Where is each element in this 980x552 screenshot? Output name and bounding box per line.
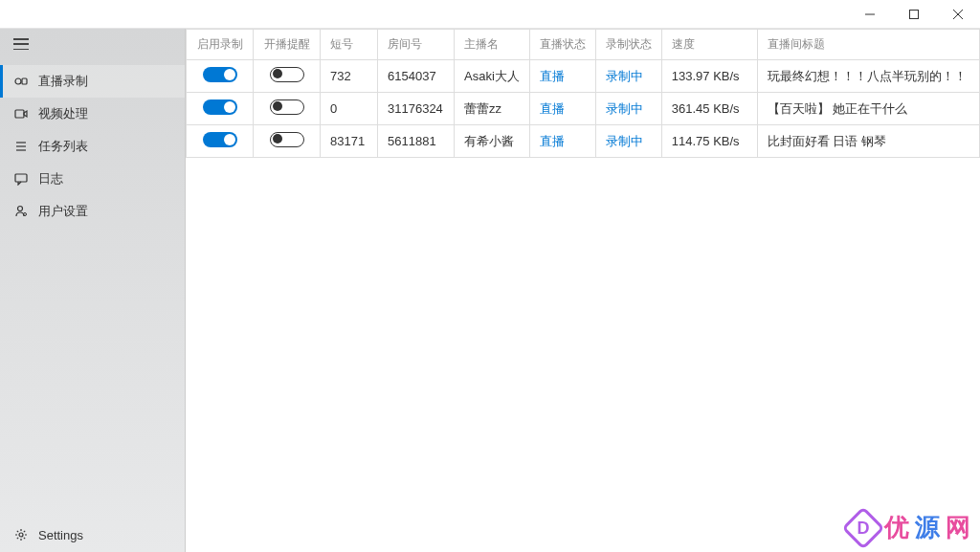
window-titlebar xyxy=(0,0,980,29)
cell-live: 直播 xyxy=(529,125,595,158)
nav-menu: 直播录制 视频处理 任务列表 日志 用户设置 xyxy=(0,59,185,518)
cell-short: 0 xyxy=(321,93,378,125)
svg-point-4 xyxy=(15,78,21,84)
cell-title: 比封面好看 日语 钢琴 xyxy=(757,125,979,158)
minimize-button[interactable] xyxy=(848,0,892,29)
sidebar-item-video[interactable]: 视频处理 xyxy=(0,98,185,130)
svg-rect-5 xyxy=(22,78,27,84)
cell-room: 6154037 xyxy=(378,60,455,93)
svg-point-11 xyxy=(18,207,23,211)
sidebar: 直播录制 视频处理 任务列表 日志 用户设置 Settings xyxy=(0,29,186,552)
header-name: 主播名 xyxy=(455,30,530,60)
sidebar-item-tasks[interactable]: 任务列表 xyxy=(0,130,185,163)
list-icon xyxy=(13,139,29,154)
header-live: 直播状态 xyxy=(529,30,595,60)
cell-room: 5611881 xyxy=(378,125,455,158)
sidebar-item-label: 直播录制 xyxy=(38,73,88,90)
record-icon xyxy=(13,74,29,89)
cell-speed: 114.75 KB/s xyxy=(661,125,757,158)
header-speed: 速度 xyxy=(661,30,757,60)
cell-live: 直播 xyxy=(529,93,595,125)
cell-rec: 录制中 xyxy=(595,125,661,158)
video-icon xyxy=(13,106,29,121)
cell-name: Asaki大人 xyxy=(455,60,530,93)
hamburger-button[interactable] xyxy=(0,29,185,59)
header-rec: 录制状态 xyxy=(595,30,661,60)
enable-toggle[interactable] xyxy=(203,132,237,147)
header-enable: 启用录制 xyxy=(187,30,254,60)
sidebar-settings[interactable]: Settings xyxy=(0,518,185,552)
cell-speed: 361.45 KB/s xyxy=(661,93,757,125)
header-short: 短号 xyxy=(321,30,378,60)
recording-table: 启用录制 开播提醒 短号 房间号 主播名 直播状态 录制状态 速度 直播间标题 … xyxy=(186,29,980,158)
table-row[interactable]: 031176324蕾蕾zz直播录制中361.45 KB/s【百天啦】 她正在干什… xyxy=(187,93,980,125)
close-button[interactable] xyxy=(936,0,980,29)
cell-rec: 录制中 xyxy=(595,60,661,93)
user-icon xyxy=(13,204,29,219)
main-content: 启用录制 开播提醒 短号 房间号 主播名 直播状态 录制状态 速度 直播间标题 … xyxy=(186,29,980,552)
cell-title: 玩最终幻想！！！八点半玩别的！！ xyxy=(757,60,979,93)
sidebar-item-label: 用户设置 xyxy=(38,203,88,220)
svg-point-13 xyxy=(19,533,23,537)
gear-icon xyxy=(13,527,29,542)
enable-toggle[interactable] xyxy=(203,99,237,115)
header-alert: 开播提醒 xyxy=(254,30,321,60)
enable-toggle[interactable] xyxy=(203,67,237,82)
sidebar-item-log[interactable]: 日志 xyxy=(0,163,185,195)
alert-toggle[interactable] xyxy=(270,132,304,147)
svg-rect-10 xyxy=(15,174,27,182)
table-row[interactable]: 7326154037Asaki大人直播录制中133.97 KB/s玩最终幻想！！… xyxy=(187,60,980,93)
cell-short: 83171 xyxy=(321,125,378,158)
cell-name: 蕾蕾zz xyxy=(455,93,530,125)
chat-icon xyxy=(13,171,29,187)
cell-speed: 133.97 KB/s xyxy=(661,60,757,93)
cell-short: 732 xyxy=(321,60,378,93)
svg-point-12 xyxy=(24,213,27,216)
sidebar-item-label: 日志 xyxy=(38,170,63,188)
header-title: 直播间标题 xyxy=(757,30,979,60)
cell-name: 有希小酱 xyxy=(455,125,530,158)
sidebar-item-label: 视频处理 xyxy=(38,105,88,122)
header-room: 房间号 xyxy=(378,30,455,60)
sidebar-item-record[interactable]: 直播录制 xyxy=(0,65,185,98)
settings-label: Settings xyxy=(38,528,83,542)
svg-rect-1 xyxy=(910,10,919,18)
svg-rect-6 xyxy=(15,110,24,118)
alert-toggle[interactable] xyxy=(270,67,304,82)
maximize-button[interactable] xyxy=(892,0,936,29)
cell-title: 【百天啦】 她正在干什么 xyxy=(757,93,979,125)
watermark: D 优源网 xyxy=(848,511,970,544)
table-row[interactable]: 831715611881有希小酱直播录制中114.75 KB/s比封面好看 日语… xyxy=(187,125,980,158)
cell-rec: 录制中 xyxy=(595,93,661,125)
sidebar-item-user[interactable]: 用户设置 xyxy=(0,195,185,228)
alert-toggle[interactable] xyxy=(270,99,304,115)
cell-live: 直播 xyxy=(529,60,595,93)
sidebar-item-label: 任务列表 xyxy=(38,138,88,155)
cell-room: 31176324 xyxy=(378,93,455,125)
